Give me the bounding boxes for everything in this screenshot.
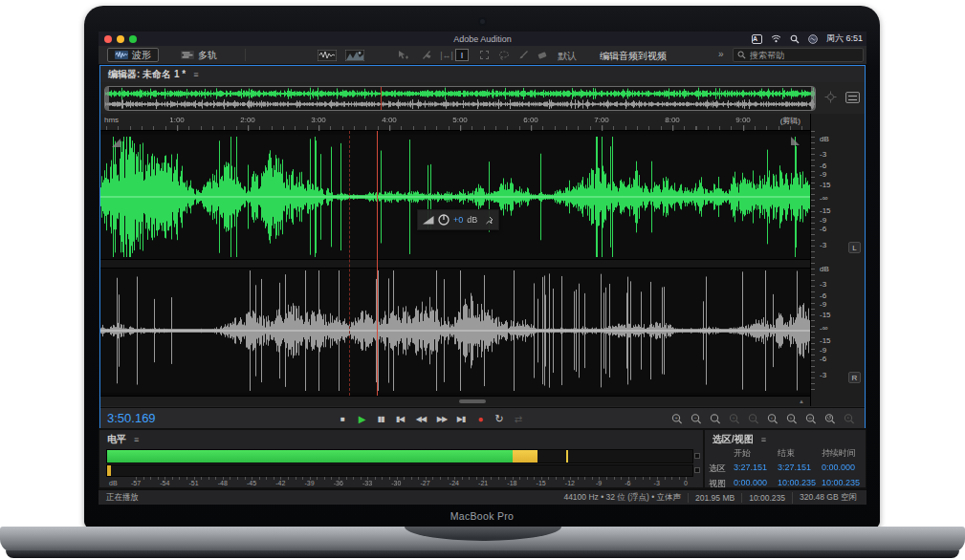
overview-navigator[interactable]: [104, 86, 816, 111]
overview-menu-icon[interactable]: [845, 92, 860, 103]
meter-scale-label: -21: [478, 480, 488, 486]
siri-icon[interactable]: [808, 34, 818, 44]
spot-heal-disabled-icon: [824, 91, 837, 103]
zoom-in-amplitude-button[interactable]: +: [726, 412, 743, 425]
column-header: 持续时间: [822, 447, 862, 460]
hud-pin-icon[interactable]: [485, 216, 493, 225]
skip-to-start-button[interactable]: ▮◀: [391, 412, 408, 425]
waveform-display[interactable]: +0 dB: [100, 131, 810, 396]
timeline-ruler[interactable]: hms (剪辑) 1:002:003:004:005:006:007:008:0…: [100, 114, 810, 131]
panel-menu-icon[interactable]: ≡: [134, 435, 139, 444]
channel-label-right[interactable]: R: [848, 372, 861, 383]
input-method-icon[interactable]: A: [752, 34, 762, 44]
amplitude-scale-column[interactable]: dB-3-6-9-15-∞-15-9-6-3dB-3-6-9-15-∞-15-9…: [810, 114, 865, 406]
zoom-full-button[interactable]: ▪: [841, 412, 858, 425]
strip-resize-icon[interactable]: ▲: [799, 398, 804, 404]
zoom-out-time-button[interactable]: −: [688, 412, 705, 425]
zoom-selection-button[interactable]: ‹›: [802, 412, 820, 425]
stop-button[interactable]: ■: [334, 412, 351, 425]
multitrack-view-button[interactable]: 多轨: [174, 48, 224, 62]
menu-bar-clock[interactable]: 周六 6:51: [826, 32, 863, 45]
channel-divider[interactable]: [100, 259, 810, 269]
meter-scale-label: -6: [625, 480, 630, 486]
overview-right-handle[interactable]: [811, 87, 815, 110]
selection-start-value[interactable]: 3:27.151: [734, 463, 778, 475]
svg-text:−: −: [751, 415, 754, 420]
zoom-in-point-button[interactable]: ‹: [764, 412, 781, 425]
search-input[interactable]: [750, 51, 859, 60]
gain-corner-handle-right[interactable]: [791, 137, 800, 145]
meter-scale-label: -15: [537, 480, 546, 486]
zoom-out-point-button[interactable]: ›: [783, 412, 801, 425]
meter-green-segment: [107, 450, 513, 463]
playhead-time-display[interactable]: 3:50.169: [107, 411, 156, 425]
clip-indicator-right[interactable]: [694, 467, 700, 473]
left-channel-waveform-canvas[interactable]: [100, 135, 810, 259]
level-meter-right[interactable]: [106, 464, 693, 477]
hud-gain-unit: dB: [467, 215, 477, 225]
menu-bar: Adobe Audition A 周六 6:51: [99, 32, 866, 46]
scrollbar-handle[interactable]: [459, 399, 486, 403]
meter-scale-label: dB: [109, 480, 118, 486]
meter-scale-label: -48: [218, 480, 228, 486]
panel-menu-icon[interactable]: ≡: [193, 70, 198, 79]
overview-left-handle[interactable]: [105, 87, 109, 110]
meter-scale-label: -54: [160, 480, 169, 486]
editor-panel-header[interactable]: 编辑器: 未命名 1 * ≡: [100, 66, 865, 82]
selection-end-value[interactable]: 3:27.151: [778, 463, 822, 475]
fast-forward-button[interactable]: ▶▶: [433, 412, 450, 425]
hud-volume-control[interactable]: +0 dB: [417, 209, 499, 230]
zoom-in-time-button[interactable]: +: [669, 412, 686, 425]
zoom-out-amplitude-button[interactable]: −: [745, 412, 762, 425]
selection-duration-value[interactable]: 0:00.000: [822, 463, 862, 475]
db-scale-label: -6: [820, 291, 826, 300]
marquee-selection-tool-icon[interactable]: [477, 49, 491, 61]
ruler-unit-label[interactable]: hms: [104, 116, 119, 124]
gain-corner-handle-left[interactable]: [112, 139, 121, 147]
record-button[interactable]: ●: [472, 412, 489, 425]
rewind-button[interactable]: ◀◀: [412, 412, 429, 425]
workspace-default-button[interactable]: 默认: [558, 50, 577, 63]
level-meter-left[interactable]: [106, 449, 693, 463]
loop-playback-button[interactable]: ↻: [491, 412, 508, 425]
ruler-tick: 1:00: [169, 116, 185, 124]
zoom-out-full-button[interactable]: ‾: [707, 412, 724, 425]
slip-tool-icon[interactable]: |↔|: [440, 49, 453, 61]
horizontal-scrollbar[interactable]: ▲: [100, 396, 810, 406]
lasso-selection-tool-icon[interactable]: [497, 49, 511, 61]
show-spectral-display-icon[interactable]: [344, 49, 365, 61]
ruler-tick: 3:00: [311, 116, 326, 124]
db-scale-label: -15: [820, 311, 831, 319]
db-scale-label: -3: [820, 280, 826, 289]
selection-view-table: 开始 结束 持续时间 选区 3:27.151 3:27.151 0:00.000…: [709, 447, 862, 490]
reset-zoom-button[interactable]: ↺: [822, 412, 839, 425]
workspace-overflow-button[interactable]: »: [718, 49, 724, 59]
meter-scale-label: -9: [596, 480, 602, 486]
move-tool-icon[interactable]: [396, 49, 409, 61]
play-button[interactable]: ▶: [353, 412, 370, 425]
overview-waveform-canvas[interactable]: [105, 87, 815, 110]
show-waveform-editor-icon[interactable]: [317, 49, 338, 61]
help-search-box[interactable]: [733, 48, 864, 62]
time-selection-tool-icon[interactable]: I: [455, 49, 469, 61]
razor-tool-icon[interactable]: [420, 49, 433, 61]
workspace-active-button[interactable]: 编辑音频到视频: [600, 50, 667, 63]
selection-view-title: 选区/视图: [713, 433, 754, 446]
db-scale-label: -6: [820, 225, 826, 233]
skip-selection-button[interactable]: ⇄: [510, 412, 527, 425]
gain-knob-icon[interactable]: [438, 214, 450, 226]
waveform-view-button[interactable]: 波形: [107, 48, 159, 62]
clip-indicator-left[interactable]: [694, 453, 700, 459]
pause-button[interactable]: ▮▮: [372, 412, 389, 425]
panel-menu-icon[interactable]: ≡: [761, 435, 766, 444]
hud-gain-value[interactable]: +0: [453, 215, 463, 225]
skip-to-end-button[interactable]: ▶▮: [452, 412, 470, 425]
paintbrush-tool-icon[interactable]: [516, 49, 530, 61]
spotlight-search-icon[interactable]: [790, 34, 800, 44]
meter-yellow-segment: [513, 450, 537, 463]
channel-label-left[interactable]: L: [848, 242, 861, 253]
wifi-icon[interactable]: [771, 34, 781, 43]
eraser-tool-icon[interactable]: [536, 49, 549, 61]
multitrack-view-label: 多轨: [198, 49, 217, 62]
right-channel-waveform-canvas[interactable]: [100, 269, 810, 393]
